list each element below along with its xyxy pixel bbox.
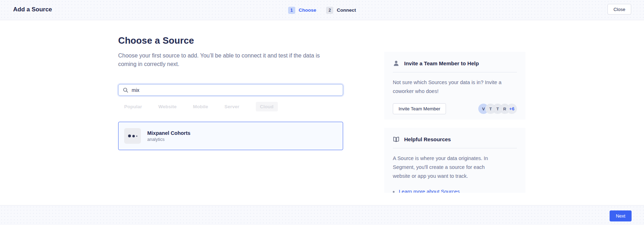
invite-panel-body: Not sure which Sources your data is in? … (393, 78, 503, 96)
invite-panel-title: Invite a Team Member to Help (404, 60, 479, 66)
invite-panel-header: Invite a Team Member to Help (393, 59, 517, 67)
tab-server[interactable]: Server (225, 104, 240, 109)
bottom-bar (0, 205, 644, 225)
source-info: Mixpanel Cohorts analytics (147, 130, 191, 142)
invite-team-panel: Invite a Team Member to Help Not sure wh… (384, 52, 525, 120)
search-input[interactable] (132, 87, 338, 93)
invite-team-member-button[interactable]: Invite Team Member (393, 103, 446, 114)
resource-link-item: Learn more about Sources (393, 189, 517, 193)
source-category: analytics (147, 137, 191, 142)
divider (393, 72, 517, 72)
step-choose-number: 1 (288, 7, 295, 14)
learn-more-sources-link[interactable]: Learn more about Sources (399, 189, 460, 193)
mixpanel-logo-icon (124, 128, 141, 144)
page-title: Add a Source (13, 6, 52, 13)
open-book-icon (393, 136, 400, 143)
step-connect[interactable]: 2 Connect (326, 7, 356, 14)
tab-popular[interactable]: Popular (124, 104, 142, 109)
tab-mobile[interactable]: Mobile (193, 104, 208, 109)
category-tabs: Popular Website Mobile Server Cloud (124, 101, 278, 111)
page-heading: Choose a Source (118, 35, 194, 46)
source-name: Mixpanel Cohorts (147, 130, 191, 136)
add-source-modal: Add a Source 1 Choose 2 Connect Close Ch… (0, 0, 644, 225)
resources-panel-title: Helpful Resources (404, 136, 451, 142)
resources-panel-header: Helpful Resources (393, 135, 517, 143)
avatar-group: V T T R +6 (478, 104, 517, 114)
search-icon (123, 87, 128, 93)
helpful-resources-panel: Helpful Resources A Source is where your… (384, 128, 525, 193)
next-button[interactable]: Next (610, 210, 632, 221)
step-connect-number: 2 (326, 7, 333, 14)
step-choose[interactable]: 1 Choose (288, 7, 317, 14)
search-box[interactable] (118, 84, 343, 96)
page-description: Choose your first source to add. You’ll … (118, 51, 327, 68)
divider (393, 148, 517, 148)
step-choose-label: Choose (299, 7, 317, 13)
tab-cloud[interactable]: Cloud (256, 102, 278, 111)
step-connect-label: Connect (337, 7, 356, 13)
resources-panel-body: A Source is where your data originates. … (393, 154, 503, 181)
source-result-mixpanel-cohorts[interactable]: Mixpanel Cohorts analytics (118, 122, 343, 150)
resource-links: Learn more about Sources (393, 189, 517, 193)
person-icon (393, 60, 400, 67)
invite-row: Invite Team Member V T T R +6 (393, 103, 517, 114)
top-bar (0, 0, 644, 20)
tab-website[interactable]: Website (158, 104, 177, 109)
close-button[interactable]: Close (607, 4, 631, 15)
bullet-icon (393, 191, 395, 193)
avatar-more-count: +6 (507, 104, 517, 114)
